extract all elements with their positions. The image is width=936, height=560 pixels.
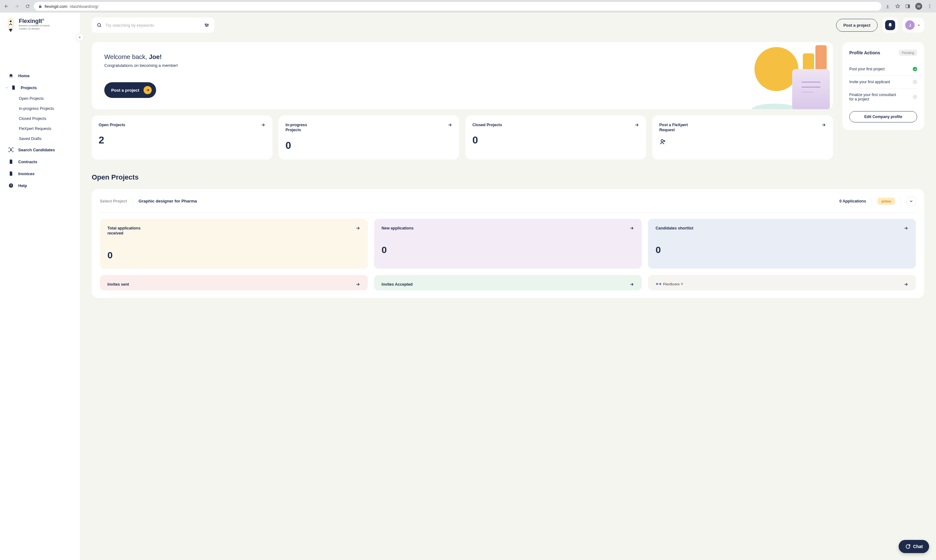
welcome-card: Welcome back, Joe! Congratulations on be… xyxy=(92,42,833,109)
search-box[interactable] xyxy=(92,18,214,33)
user-menu[interactable]: J xyxy=(903,18,924,32)
check-icon xyxy=(913,67,917,71)
action-finalize-consultant[interactable]: Finalize your first consultant for a pro… xyxy=(849,89,917,105)
sidebar-item-label: Invoices xyxy=(18,171,35,176)
sidebar-item-home[interactable]: Home xyxy=(3,70,77,82)
svg-point-6 xyxy=(10,20,12,22)
arrow-right-icon xyxy=(447,122,452,128)
add-user-icon xyxy=(659,138,826,146)
logo-mark xyxy=(6,18,16,32)
topbar: Post a project J xyxy=(80,12,936,33)
divider xyxy=(871,197,872,205)
document-icon xyxy=(11,85,16,91)
sidebar-sub-drafts[interactable]: Saved Drafts xyxy=(18,134,77,144)
stat-open-projects[interactable]: Open Projects 2 xyxy=(92,115,272,160)
post-project-cta[interactable]: Post a project xyxy=(104,82,156,98)
card-value: 0 xyxy=(108,250,360,260)
welcome-subtitle: Congratulations on becoming a member! xyxy=(104,63,820,68)
card-candidates-shortlist[interactable]: Candidates shortlist 0 xyxy=(648,219,916,269)
panel-icon[interactable] xyxy=(905,4,910,9)
stat-inprogress-projects[interactable]: In-progress Projects 0 xyxy=(279,115,459,160)
sidebar-item-search-candidates[interactable]: Search Candidates xyxy=(3,144,77,156)
chevron-left-icon xyxy=(78,36,81,39)
divider xyxy=(200,21,200,29)
home-icon xyxy=(8,73,14,78)
forward-icon[interactable] xyxy=(14,4,20,9)
chat-widget[interactable]: Chat xyxy=(899,540,929,553)
pending-badge: Pending xyxy=(899,49,917,56)
svg-point-3 xyxy=(930,6,930,7)
url-bar[interactable]: flexingit.com/dashboard/org/ xyxy=(34,2,881,11)
sidebar-item-label: Home xyxy=(18,74,29,78)
logo[interactable]: FlexingIt® Business consultants & Expert… xyxy=(0,18,80,42)
welcome-title: Welcome back, Joe! xyxy=(104,53,820,61)
open-projects-panel: Select Project Graphic designer for Phar… xyxy=(92,189,924,298)
open-projects-title: Open Projects xyxy=(92,173,833,182)
arrow-right-icon xyxy=(629,226,634,231)
arrow-right-icon xyxy=(629,282,634,287)
share-icon[interactable] xyxy=(885,4,890,9)
stat-value: 0 xyxy=(285,140,452,151)
search-candidate-icon xyxy=(8,147,14,152)
primo-badge: primo xyxy=(877,198,895,205)
svg-rect-1 xyxy=(908,5,910,8)
logo-tagline-1: Business consultants & Experts. xyxy=(19,25,50,27)
stat-label: In-progress Projects xyxy=(285,122,320,133)
card-value: 0 xyxy=(655,245,908,255)
arrow-right-icon xyxy=(355,282,360,287)
sidebar-item-label: Help xyxy=(18,183,27,188)
reload-icon[interactable] xyxy=(25,4,30,9)
invoice-icon xyxy=(8,171,14,176)
logo-tagline-2: Curated, On-demand. xyxy=(19,28,50,30)
edit-company-profile-button[interactable]: Edit Company profile xyxy=(849,111,917,122)
arrow-right-icon xyxy=(903,226,908,231)
svg-point-11 xyxy=(205,24,206,25)
sidebar-sub-open[interactable]: Open Projects xyxy=(18,94,77,104)
search-input[interactable] xyxy=(106,23,196,28)
browser-chrome: flexingit.com/dashboard/org/ W xyxy=(0,0,936,12)
user-avatar: J xyxy=(905,20,914,30)
svg-point-13 xyxy=(208,24,208,25)
sidebar-sub-inprogress[interactable]: In-progress Projects xyxy=(18,104,77,114)
stat-label: Post a FleXpert Request xyxy=(659,122,694,133)
sidebar-item-contracts[interactable]: Contracts xyxy=(3,156,77,168)
notification-button[interactable] xyxy=(885,20,895,30)
stat-closed-projects[interactable]: Closed Projects 0 xyxy=(466,115,646,160)
sidebar-item-projects[interactable]: Projects xyxy=(3,82,77,94)
applications-count: 0 Applications xyxy=(839,199,866,203)
svg-point-14 xyxy=(661,139,663,142)
menu-dots-icon[interactable] xyxy=(927,4,932,9)
action-post-project[interactable]: Post your first project xyxy=(849,63,917,75)
card-invites-accepted[interactable]: Invites Accepted xyxy=(374,275,642,290)
arrow-circle-icon xyxy=(143,86,152,94)
svg-point-10 xyxy=(98,23,100,26)
sidebar-item-invoices[interactable]: Invoices xyxy=(3,168,77,180)
filter-icon[interactable] xyxy=(204,23,209,28)
card-new-applications[interactable]: New applications 0 xyxy=(374,219,642,269)
main: Post a project J Welcome back, Joe! Cong… xyxy=(80,12,936,560)
card-total-applications[interactable]: Total applications received 0 xyxy=(100,219,368,269)
svg-point-2 xyxy=(930,5,930,5)
chevron-down-icon xyxy=(909,199,913,203)
card-invites-sent[interactable]: Invites sent xyxy=(100,275,368,290)
collapse-sidebar-button[interactable] xyxy=(76,33,84,42)
expand-project-button[interactable] xyxy=(907,197,916,206)
sidebar-sub-closed[interactable]: Closed Projects xyxy=(18,114,77,124)
welcome-illustration xyxy=(751,42,833,109)
action-invite-applicant[interactable]: Invite your first applicant xyxy=(849,75,917,89)
sidebar: FlexingIt® Business consultants & Expert… xyxy=(0,12,80,560)
chevron-down-icon xyxy=(917,23,920,27)
sidebar-sub-flexpert[interactable]: FleXpert Requests xyxy=(18,124,77,134)
sidebar-item-help[interactable]: ? Help xyxy=(3,180,77,191)
contract-icon xyxy=(8,159,14,165)
star-icon[interactable] xyxy=(895,4,900,9)
card-flexscore[interactable]: ✦✦ FlexScore® xyxy=(648,275,916,290)
stat-flexpert-request[interactable]: Post a FleXpert Request xyxy=(652,115,833,160)
post-project-button[interactable]: Post a project xyxy=(836,19,877,32)
back-icon[interactable] xyxy=(4,4,9,9)
chrome-avatar[interactable]: W xyxy=(915,3,922,10)
card-label: Total applications received xyxy=(108,226,148,236)
project-name[interactable]: Graphic designer for Pharma xyxy=(139,199,834,203)
svg-point-12 xyxy=(207,25,207,26)
svg-point-7 xyxy=(10,148,12,150)
